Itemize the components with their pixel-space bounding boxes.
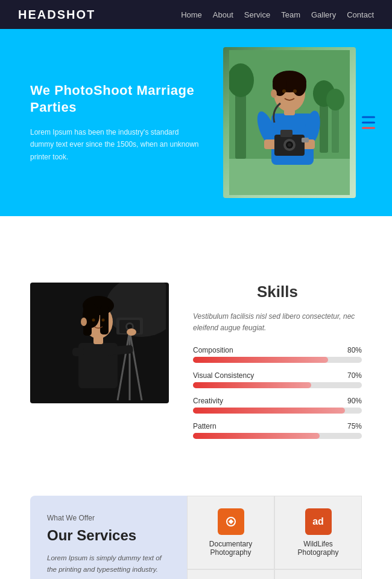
services-section: What We Offer Our Services Lorem Ipsum i… bbox=[0, 478, 392, 579]
skills-photo-svg bbox=[33, 283, 166, 403]
svg-point-17 bbox=[288, 143, 291, 147]
svg-rect-38 bbox=[72, 348, 84, 356]
nav-links: HomeAboutServiceTeamGalleryContact bbox=[181, 10, 374, 19]
svg-rect-26 bbox=[302, 138, 309, 142]
nav-link-gallery[interactable]: Gallery bbox=[311, 10, 336, 19]
svg-point-35 bbox=[127, 324, 132, 329]
skills-section: Skills Vestibulum facilisis nisl sed lib… bbox=[0, 252, 392, 478]
service-icon: ad bbox=[305, 508, 332, 535]
skills-content: Skills Vestibulum facilisis nisl sed lib… bbox=[193, 283, 362, 447]
svg-point-47 bbox=[81, 318, 87, 326]
scroll-line-blue bbox=[362, 117, 375, 118]
skill-bar-fill bbox=[193, 357, 328, 363]
nav-link-contact[interactable]: Contact bbox=[347, 10, 374, 19]
service-label: Documentary Photography bbox=[200, 540, 262, 557]
svg-point-25 bbox=[293, 89, 297, 93]
skill-pct: 75% bbox=[347, 422, 362, 430]
skill-bar-bg bbox=[193, 382, 362, 388]
skill-pct: 70% bbox=[347, 371, 362, 380]
skill-bar-pattern: Pattern 75% bbox=[193, 422, 362, 439]
skill-name: Composition bbox=[193, 346, 233, 354]
scroll-indicator bbox=[362, 117, 375, 129]
hero-image bbox=[223, 47, 356, 198]
service-card-0: Documentary Photography bbox=[187, 496, 274, 569]
service-label: WildLifes Photography bbox=[287, 540, 349, 557]
hero-heading: We PhotoShoot Marriage Parties bbox=[30, 82, 199, 117]
skill-bar-fill bbox=[193, 382, 311, 388]
svg-rect-5 bbox=[332, 104, 339, 153]
skill-pct: 80% bbox=[347, 346, 362, 354]
skill-pct: 90% bbox=[347, 397, 362, 405]
skill-bar-fill bbox=[193, 408, 345, 414]
skill-bars: Composition 80% Visual Consistency 70% C… bbox=[193, 346, 362, 439]
nav-link-team[interactable]: Team bbox=[281, 10, 300, 19]
services-left-panel: What We Offer Our Services Lorem Ipsum i… bbox=[30, 496, 187, 579]
skill-bar-composition: Composition 80% bbox=[193, 346, 362, 363]
nav-link-service[interactable]: Service bbox=[244, 10, 270, 19]
skill-bar-bg bbox=[193, 357, 362, 363]
navbar: HEADSHOT HomeAboutServiceTeamGalleryCont… bbox=[0, 0, 392, 29]
svg-point-23 bbox=[271, 89, 277, 98]
hero-text: We PhotoShoot Marriage Parties Lorem Ips… bbox=[30, 82, 199, 163]
site-logo: HEADSHOT bbox=[18, 8, 95, 22]
hero-spacer bbox=[0, 216, 392, 252]
skills-title: Skills bbox=[193, 283, 362, 301]
svg-point-48 bbox=[127, 328, 136, 336]
skill-name: Pattern bbox=[193, 422, 217, 430]
skills-photo bbox=[30, 283, 169, 403]
hero-person-svg bbox=[229, 50, 350, 195]
nav-link-about[interactable]: About bbox=[213, 10, 233, 19]
svg-point-46 bbox=[102, 319, 105, 322]
skill-bar-fill bbox=[193, 433, 320, 439]
svg-rect-14 bbox=[280, 130, 292, 137]
skills-description: Vestibulum facilisis nisl sed libero con… bbox=[193, 311, 362, 334]
scroll-line-blue2 bbox=[362, 122, 375, 124]
hero-photo-placeholder bbox=[223, 47, 356, 198]
nav-link-home[interactable]: Home bbox=[181, 10, 202, 19]
skill-bar-visual-consistency: Visual Consistency 70% bbox=[193, 371, 362, 388]
skill-name: Visual Consistency bbox=[193, 371, 254, 380]
services-description: Lorem Ipsum is simply dummy text of the … bbox=[47, 552, 170, 575]
hero-section: We PhotoShoot Marriage Parties Lorem Ips… bbox=[0, 29, 392, 216]
service-card-3: Modelling Photography bbox=[274, 569, 362, 579]
svg-point-6 bbox=[326, 89, 344, 110]
skill-name: Creativity bbox=[193, 397, 223, 405]
what-we-offer-label: What We Offer bbox=[47, 514, 170, 522]
svg-point-45 bbox=[92, 319, 95, 322]
scroll-line-red bbox=[362, 127, 375, 129]
services-grid: Documentary Photography ad WildLifes Pho… bbox=[187, 496, 362, 579]
skill-bar-bg bbox=[193, 433, 362, 439]
service-card-2: Landscape Photography bbox=[187, 569, 274, 579]
hero-body: Lorem Ipsum has been the industry's stan… bbox=[30, 126, 199, 163]
service-card-1: ad WildLifes Photography bbox=[274, 496, 362, 569]
our-services-title: Our Services bbox=[47, 527, 170, 544]
svg-point-24 bbox=[282, 89, 286, 93]
svg-point-49 bbox=[229, 520, 233, 523]
service-icon bbox=[218, 508, 244, 535]
skill-bar-bg bbox=[193, 408, 362, 414]
skill-bar-creativity: Creativity 90% bbox=[193, 397, 362, 414]
